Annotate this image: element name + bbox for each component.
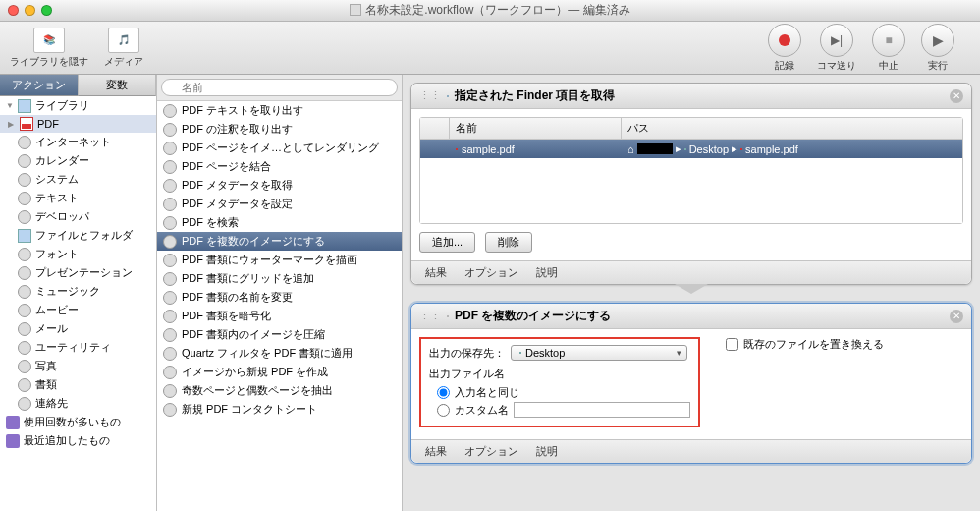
footer-options[interactable]: オプション (464, 265, 518, 280)
sidebar-category[interactable]: 写真 (0, 357, 156, 375)
category-icon (18, 397, 31, 411)
action-list-item[interactable]: PDF 書類にウォーターマークを描画 (157, 251, 402, 269)
stop-button[interactable]: 中止 (872, 24, 905, 73)
sidebar-category[interactable]: プレゼンテーション (0, 263, 156, 282)
sidebar-category[interactable]: ミュージック (0, 282, 156, 301)
action-list-item[interactable]: PDF 書類を暗号化 (157, 307, 402, 325)
radio-input[interactable] (437, 404, 450, 417)
save-location-select[interactable]: Desktop (511, 345, 687, 361)
category-label: システム (35, 172, 79, 187)
action-list-item[interactable]: PDF 書類の名前を変更 (157, 288, 402, 307)
minimize-window-button[interactable] (25, 5, 35, 16)
add-button[interactable]: 追加... (419, 232, 475, 253)
action-list-item[interactable]: PDF ページをイメ…としてレンダリング (157, 139, 402, 157)
sidebar-category[interactable]: デベロッパ (0, 207, 156, 226)
footer-description[interactable]: 説明 (536, 444, 558, 459)
action-label: PDF の注釈を取り出す (182, 122, 293, 137)
close-window-button[interactable] (8, 5, 19, 16)
tab-action[interactable]: アクション (0, 75, 79, 96)
footer-options[interactable]: オプション (464, 444, 518, 459)
action-list-item[interactable]: PDF 書類内のイメージを圧縮 (157, 325, 402, 344)
action-list-item[interactable]: PDF メタデータを設定 (157, 195, 402, 213)
action-list-item[interactable]: PDF を複数のイメージにする (157, 232, 402, 251)
sidebar-category[interactable]: 書類 (0, 375, 156, 394)
category-icon (18, 341, 31, 355)
action-list-item[interactable]: PDF を検索 (157, 213, 402, 232)
run-button[interactable]: 実行 (921, 24, 954, 73)
home-icon: ⌂ (627, 143, 634, 155)
chevron-right-icon: ▸ (676, 142, 681, 155)
checkbox-input[interactable] (726, 338, 738, 351)
action-list-item[interactable]: PDF メタデータを取得 (157, 176, 402, 195)
col-path[interactable]: パス (622, 118, 962, 139)
sidebar-category[interactable]: メール (0, 319, 156, 338)
grip-icon[interactable]: ⋮⋮ (419, 310, 441, 322)
sidebar-category[interactable]: ユーティリティ (0, 338, 156, 357)
radio-custom-name[interactable]: カスタム名 (437, 402, 690, 418)
category-label: 写真 (35, 359, 57, 373)
stop-icon (872, 24, 905, 57)
action-list-item[interactable]: イメージから新規 PDF を作成 (157, 363, 402, 381)
sidebar-category[interactable]: システム (0, 170, 156, 189)
grip-icon[interactable]: ⋮⋮ (419, 89, 441, 102)
output-filename-label: 出力ファイル名 (429, 367, 690, 381)
action-title: PDF を複数のイメージにする (455, 308, 944, 324)
close-action-button[interactable]: ✕ (950, 310, 963, 323)
radio-input[interactable] (437, 386, 450, 399)
category-icon (18, 378, 31, 392)
sidebar-smart-folder[interactable]: 使用回数が多いもの (0, 413, 156, 431)
action-list-item[interactable]: PDF テキストを取り出す (157, 101, 402, 120)
zoom-window-button[interactable] (41, 5, 52, 16)
sidebar-category[interactable]: ファイルとフォルダ (0, 226, 156, 245)
action-list-item[interactable]: 奇数ページと偶数ページを抽出 (157, 381, 402, 400)
action-label: PDF を検索 (182, 215, 239, 230)
category-icon (18, 285, 31, 299)
sidebar-smart-folder[interactable]: 最近追加したもの (0, 431, 156, 450)
action-icon (163, 366, 177, 379)
search-input[interactable] (161, 79, 398, 96)
col-blank[interactable] (420, 118, 450, 139)
footer-results[interactable]: 結果 (425, 265, 447, 280)
sidebar-category[interactable]: テキスト (0, 189, 156, 207)
footer-description[interactable]: 説明 (536, 265, 558, 280)
disclosure-triangle-icon[interactable]: ▼ (6, 101, 14, 110)
action-label: PDF テキストを取り出す (182, 103, 303, 118)
record-button[interactable]: 記録 (768, 24, 801, 73)
action-list-item[interactable]: Quartz フィルタを PDF 書類に適用 (157, 344, 402, 363)
remove-button[interactable]: 削除 (485, 232, 532, 253)
hide-library-button[interactable]: 📚 ライブラリを隠す (10, 28, 88, 69)
close-action-button[interactable]: ✕ (950, 89, 963, 103)
finder-icon (447, 95, 449, 97)
table-row[interactable]: sample.pdf ⌂ ▸ Desktop ▸ sample.pdf (420, 140, 962, 158)
action-list-item[interactable]: PDF の注釈を取り出す (157, 120, 402, 139)
category-label: テキスト (35, 191, 79, 205)
radio-same-as-input[interactable]: 入力名と同じ (437, 385, 690, 400)
titlebar: 名称未設定.workflow（ワークフロー）— 編集済み (0, 0, 980, 22)
disclosure-triangle-icon[interactable]: ▶ (8, 120, 16, 129)
action-icon (163, 198, 177, 211)
library-icon (18, 99, 31, 113)
action-list-item[interactable]: PDF 書類にグリッドを追加 (157, 269, 402, 288)
sidebar-category[interactable]: カレンダー (0, 151, 156, 170)
media-button[interactable]: 🎵 メディア (104, 28, 143, 69)
replace-existing-checkbox[interactable]: 既存のファイルを置き換える (726, 337, 884, 352)
footer-results[interactable]: 結果 (425, 444, 447, 459)
sidebar-category[interactable]: フォント (0, 245, 156, 263)
action-list-item[interactable]: 新規 PDF コンタクトシート (157, 400, 402, 419)
custom-name-field[interactable] (514, 402, 690, 418)
play-icon (921, 24, 954, 57)
action-list-item[interactable]: PDF ページを結合 (157, 157, 402, 176)
action-label: PDF を複数のイメージにする (182, 234, 325, 249)
sidebar-category[interactable]: ムービー (0, 301, 156, 319)
sidebar-category[interactable]: ▶PDF (0, 115, 156, 133)
col-name[interactable]: 名前 (450, 118, 622, 139)
action-label: 新規 PDF コンタクトシート (182, 402, 317, 417)
category-icon (18, 154, 31, 168)
step-icon (820, 24, 853, 57)
sidebar-category[interactable]: インターネット (0, 133, 156, 151)
step-button[interactable]: コマ送り (817, 24, 856, 73)
save-to-label: 出力の保存先： (429, 346, 505, 361)
sidebar-category[interactable]: 連絡先 (0, 394, 156, 413)
library-root[interactable]: ▼ ライブラリ (0, 96, 156, 115)
tab-variables[interactable]: 変数 (79, 75, 157, 96)
